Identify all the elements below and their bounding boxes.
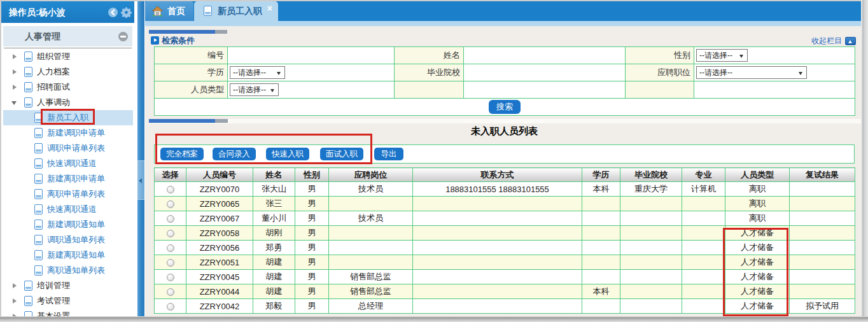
annotation-box-toolbar: [155, 134, 372, 164]
school-input[interactable]: [464, 66, 625, 80]
sidebar-tree-item[interactable]: 招聘面试: [3, 80, 133, 95]
sidebar-tree-item[interactable]: 基本设置: [3, 309, 133, 316]
sidebar: 操作员:杨小波 人事管理 组织管理 人力档案 招聘面试 人事调动 新员工入职 新…: [1, 1, 134, 316]
row-radio-button[interactable]: [167, 230, 174, 237]
code-label: 编号: [155, 47, 228, 64]
column-header[interactable]: 专业: [682, 168, 725, 182]
scrollbar-thumb-end[interactable]: [215, 119, 228, 123]
column-header[interactable]: 人员类型: [725, 168, 790, 182]
table-cell: 董小川: [253, 211, 295, 226]
sidebar-tree-item[interactable]: 快速调职通道: [3, 156, 133, 171]
table-cell: 技术员: [329, 182, 413, 197]
tab-home[interactable]: 首页: [145, 1, 193, 21]
splitter-handle[interactable]: [137, 160, 144, 200]
sidebar-tree-item[interactable]: 离职通知单列表: [3, 263, 133, 278]
select-value: --请选择--: [697, 50, 732, 61]
row-radio-button[interactable]: [167, 288, 174, 296]
scrollbar-thumb-end[interactable]: [215, 30, 227, 34]
person-type-select[interactable]: --请选择--: [230, 83, 279, 96]
back-button[interactable]: [108, 8, 118, 17]
column-header[interactable]: 姓名: [253, 168, 295, 182]
table-row: ZZRY0067董小川男技术员离职: [155, 211, 855, 226]
column-header[interactable]: 毕业院校: [620, 168, 682, 182]
gender-select[interactable]: --请选择--: [696, 49, 748, 62]
scrollbar-thumb[interactable]: [149, 30, 215, 34]
sidebar-tree-item[interactable]: 离职申请单列表: [3, 186, 133, 202]
education-select[interactable]: --请选择--: [230, 66, 285, 79]
row-radio-button[interactable]: [167, 200, 174, 208]
code-input[interactable]: [228, 48, 394, 62]
tab-new-employee[interactable]: 新员工入职 ×: [194, 1, 278, 21]
sidebar-item-label: 人事调动: [37, 95, 70, 110]
sidebar-tree-item[interactable]: 新建调职通知单: [3, 217, 133, 232]
table-cell: 男: [295, 284, 329, 299]
tab-home-label: 首页: [167, 1, 185, 21]
sidebar-tree-item[interactable]: 新建调职申请单: [3, 125, 133, 141]
back-circle-icon[interactable]: [108, 8, 118, 17]
table-cell: [682, 211, 725, 226]
sidebar-tree-item[interactable]: 组织管理: [3, 49, 133, 64]
table-cell: [682, 241, 725, 255]
table-cell: [413, 255, 582, 270]
sidebar-tree-item[interactable]: 培训管理: [3, 278, 133, 293]
horizontal-scrollbar[interactable]: [149, 119, 861, 123]
gender-label: 性别: [626, 47, 694, 64]
export-button[interactable]: 导出: [374, 148, 403, 160]
column-header[interactable]: 性别: [295, 168, 329, 182]
document-icon: [24, 52, 32, 62]
table-cell: [155, 255, 186, 270]
chevron-right-icon[interactable]: [13, 283, 17, 288]
chevron-right-icon[interactable]: [13, 54, 17, 59]
table-cell: 郑勇: [253, 241, 295, 255]
sidebar-splitter[interactable]: [137, 1, 144, 316]
table-cell: 男: [295, 270, 329, 284]
sidebar-tree-item[interactable]: 调职通知单列表: [3, 232, 133, 248]
row-radio-button[interactable]: [167, 244, 174, 252]
collapse-panel-icon[interactable]: [118, 32, 128, 41]
chevron-right-icon[interactable]: [13, 69, 17, 74]
search-button[interactable]: 搜索: [489, 100, 521, 114]
collapse-up-icon[interactable]: [845, 37, 856, 45]
table-cell: [155, 226, 186, 241]
name-input[interactable]: [464, 48, 625, 62]
sidebar-tree-item[interactable]: 人力档案: [3, 64, 133, 80]
close-tab-icon[interactable]: ×: [267, 4, 272, 13]
scrollbar-thumb[interactable]: [149, 119, 215, 123]
chevron-down-icon[interactable]: [11, 101, 17, 105]
settings-button[interactable]: [121, 7, 132, 18]
document-icon: [34, 189, 43, 199]
table-cell: [682, 255, 725, 270]
column-header[interactable]: 应聘岗位: [329, 168, 413, 182]
chevron-right-icon[interactable]: [13, 85, 17, 90]
section-arrow-icon[interactable]: [151, 36, 159, 45]
table-cell: ZZRY0042: [186, 299, 253, 314]
column-header[interactable]: 联系方式: [413, 168, 582, 182]
position-select[interactable]: --请选择--: [696, 66, 807, 79]
sidebar-tree-item[interactable]: 考试管理: [3, 293, 133, 309]
row-radio-button[interactable]: [167, 215, 174, 223]
sidebar-tree-item[interactable]: 快速离职通道: [3, 202, 133, 217]
column-header[interactable]: 复试结果: [790, 168, 855, 182]
name-label: 姓名: [395, 47, 464, 64]
module-panel-header[interactable]: 人事管理: [3, 26, 132, 46]
row-radio-button[interactable]: [167, 186, 174, 193]
column-header[interactable]: 学历: [582, 168, 620, 182]
sidebar-tree-item[interactable]: 新建离职申请单: [3, 171, 133, 186]
column-header[interactable]: 人员编号: [186, 168, 253, 182]
table-cell: 技术员: [329, 211, 413, 226]
row-radio-button[interactable]: [167, 303, 174, 311]
collapse-section-link[interactable]: 收起栏目: [811, 36, 856, 46]
table-cell: 男: [295, 299, 329, 314]
table-cell: 重庆大学: [620, 182, 682, 197]
sidebar-tree-item[interactable]: 调职申请单列表: [3, 141, 133, 156]
table-header-row: 选择 人员编号 姓名 性别 应聘岗位 联系方式 学历 毕业院校 专业 人员类型 …: [155, 168, 855, 182]
gear-icon[interactable]: [121, 7, 132, 18]
column-header[interactable]: 选择: [155, 168, 186, 182]
sidebar-tree-item[interactable]: 新建离职通知单: [3, 248, 133, 263]
chevron-right-icon[interactable]: [13, 298, 17, 304]
sidebar-item-label: 招聘面试: [37, 80, 70, 95]
window-border: [861, 0, 868, 322]
row-radio-button[interactable]: [167, 259, 174, 267]
sidebar-tree-item[interactable]: 人事调动: [3, 95, 133, 110]
row-radio-button[interactable]: [167, 274, 174, 281]
